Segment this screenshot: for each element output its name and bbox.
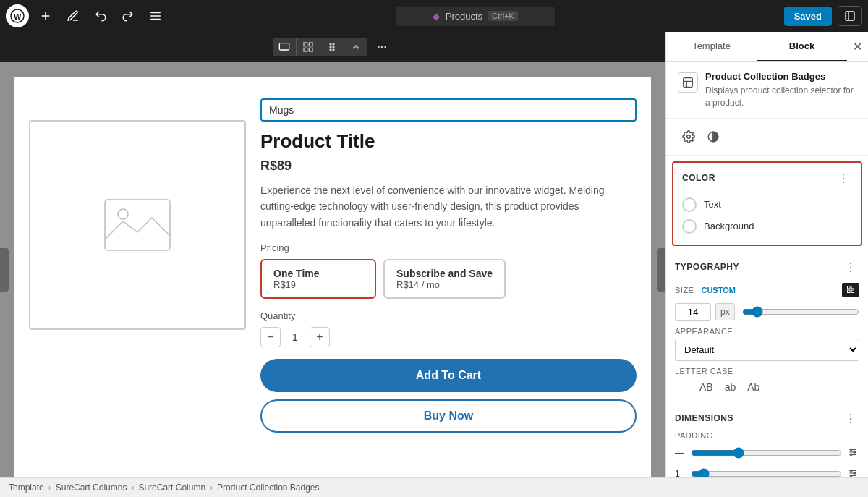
color-section-header: Color ⋮ [673,163,861,191]
topbar: W ◆ Products Ctrl+K Saved [0,0,868,32]
dimensions-title: Dimensions [675,413,733,423]
dots-view-btn[interactable] [320,38,344,56]
background-color-swatch[interactable] [682,219,697,234]
sidebar-close-btn[interactable]: ✕ [847,34,868,59]
svg-point-19 [333,46,334,48]
sidebar-block-info: Product Collection Badges Displays produ… [705,71,856,109]
pricing-card-one-time[interactable]: One Time R$19 [260,259,376,299]
typography-reset-btn[interactable] [842,283,859,297]
desktop-view-btn[interactable] [273,38,297,56]
letter-case-none[interactable]: — [675,380,691,394]
svg-point-46 [851,475,852,476]
sidebar-icon-row [666,119,868,156]
resize-btn[interactable] [344,38,367,56]
typography-section: Typography ⋮ SIZE CUSTOM px APPEARANCE D… [666,252,868,400]
pricing-one-time-title: One Time [273,268,363,279]
color-section-menu-btn[interactable]: ⋮ [835,170,852,187]
product-description: Experience the next level of convenience… [260,182,637,231]
svg-point-44 [851,470,852,471]
svg-rect-31 [848,286,851,289]
svg-point-18 [333,43,334,45]
padding-slider-1[interactable] [691,447,842,459]
product-details: Product Title R$89 Experience the next l… [260,91,637,440]
padding-adjust-btn-1[interactable] [846,446,859,461]
typography-header: Typography ⋮ [672,252,862,280]
svg-text:W: W [14,12,22,21]
appearance-row: APPEARANCE Default Normal Bold Italic [672,324,862,364]
svg-point-29 [687,135,691,138]
pricing-subscribe-title: Subscribe and Save [396,268,493,279]
scroll-indicator-right [657,248,665,292]
breadcrumb-product-collection-badges[interactable]: Product Collection Badges [217,483,319,493]
undo-button[interactable] [90,5,111,27]
tab-template[interactable]: Template [666,32,757,61]
dimensions-menu-btn[interactable]: ⋮ [842,410,859,427]
padding-label: PADDING [672,431,862,443]
breadcrumb-surecart-columns[interactable]: SureCart Columns [56,483,127,493]
breadcrumb-sep-1: › [48,483,51,493]
svg-point-20 [333,49,334,51]
letter-case-options: — AB ab Ab [675,380,859,394]
svg-point-25 [118,209,128,219]
add-button[interactable] [35,5,56,27]
dimensions-header: Dimensions ⋮ [672,403,862,431]
redo-button[interactable] [117,5,139,27]
color-section: Color ⋮ Text Background [672,161,862,246]
product-price: R$89 [260,158,637,174]
menu-button[interactable] [145,5,166,27]
appearance-select[interactable]: Default Normal Bold Italic [675,339,859,361]
breadcrumb-template[interactable]: Template [9,483,44,493]
settings-icon-btn[interactable] [678,126,699,148]
font-size-input[interactable] [675,303,711,321]
pricing-subscribe-price: R$14 / mo [396,279,493,290]
pricing-card-subscribe[interactable]: Subscribe and Save R$14 / mo [383,259,506,299]
view-toggle-group [273,38,367,56]
svg-rect-14 [309,48,312,51]
color-options: Text Background [673,191,861,245]
scroll-indicator-left [0,248,9,292]
letter-case-capitalize[interactable]: Ab [744,380,762,394]
breadcrumb-surecart-column[interactable]: SureCart Column [138,483,205,493]
svg-point-21 [378,46,380,48]
grid-view-btn[interactable] [297,38,320,56]
padding-value-1: — [675,448,686,458]
svg-point-38 [851,449,852,450]
product-badge-input[interactable] [260,98,637,122]
letter-case-lower[interactable]: ab [722,380,739,394]
wp-logo[interactable]: W [6,4,29,27]
color-section-title: Color [682,173,715,183]
content-area: Product Title R$89 Experience the next l… [0,32,868,477]
svg-rect-13 [304,48,307,51]
pricing-label: Pricing [260,242,637,253]
view-button[interactable] [838,6,862,26]
padding-slider-row-1: — [672,443,862,464]
search-bar[interactable]: ◆ Products Ctrl+K [396,7,555,26]
contrast-icon-btn[interactable] [702,126,724,148]
font-size-slider[interactable] [742,306,859,318]
quantity-increase-btn[interactable]: + [310,327,330,347]
search-text: Products [446,11,482,22]
add-to-cart-button[interactable]: Add To Cart [260,359,637,392]
svg-point-45 [854,472,855,473]
buy-now-button[interactable]: Buy Now [260,399,637,433]
padding-slider-row-2: 1 [672,464,862,477]
more-options-btn[interactable] [370,38,393,56]
svg-rect-33 [848,290,851,293]
pricing-options: One Time R$19 Subscribe and Save R$14 / … [260,259,637,299]
text-color-label: Text [704,199,721,210]
text-color-swatch[interactable] [682,197,697,212]
quantity-control: − 1 + [260,327,637,347]
background-color-label: Background [704,221,754,231]
tools-button[interactable] [62,5,84,27]
quantity-decrease-btn[interactable]: − [260,327,281,347]
saved-button[interactable]: Saved [784,7,832,26]
typography-title: Typography [675,262,739,272]
letter-case-upper[interactable]: AB [697,380,716,394]
size-input-row: px [672,300,862,324]
tab-block[interactable]: Block [757,32,847,61]
padding-adjust-btn-2[interactable] [846,467,859,477]
canvas-toolbar [0,32,665,62]
right-sidebar: Template Block ✕ Product Collection Badg… [665,32,868,477]
typography-menu-btn[interactable]: ⋮ [842,259,859,276]
padding-slider-2[interactable] [691,468,842,477]
